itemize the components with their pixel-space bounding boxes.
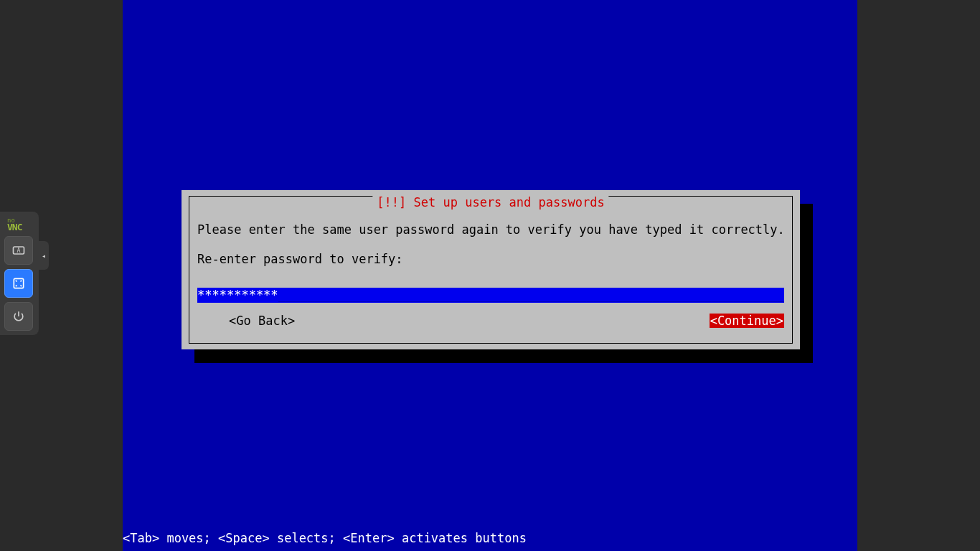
panel-collapse-tab[interactable]: ◂: [39, 241, 49, 270]
keyboard-button[interactable]: A: [4, 236, 33, 265]
dialog-title: [!!] Set up users and passwords: [372, 195, 608, 210]
continue-button[interactable]: <Continue>: [710, 314, 784, 329]
fullscreen-icon: [11, 276, 26, 291]
instruction-text: Please enter the same user password agai…: [197, 222, 784, 237]
novnc-logo: no VNC: [4, 216, 34, 232]
svg-text:A: A: [17, 247, 20, 254]
dialog-button-row: <Go Back> <Continue>: [197, 314, 784, 329]
password-masked-value: ***********: [197, 288, 278, 303]
go-back-button[interactable]: <Go Back>: [197, 314, 295, 329]
status-bar-help-text: <Tab> moves; <Space> selects; <Enter> ac…: [123, 531, 527, 546]
fullscreen-button[interactable]: [4, 269, 33, 298]
dialog-title-prefix: [!!]: [377, 195, 413, 209]
novnc-control-panel: no VNC A: [0, 212, 39, 335]
svg-rect-2: [14, 278, 23, 288]
power-button[interactable]: [4, 302, 33, 331]
dialog-content: Please enter the same user password agai…: [197, 222, 784, 303]
keyboard-icon: A: [11, 243, 26, 258]
dialog-title-text: Set up users and passwords: [414, 195, 605, 209]
power-icon: [11, 309, 26, 324]
password-verify-dialog: [!!] Set up users and passwords Please e…: [182, 190, 800, 349]
password-field-fill: ________________________________________…: [278, 288, 784, 303]
novnc-logo-bottom: VNC: [7, 224, 32, 230]
password-verify-input[interactable]: ***********_____________________________…: [197, 288, 784, 303]
installer-viewport: [!!] Set up users and passwords Please e…: [123, 0, 857, 551]
chevron-left-icon: ◂: [42, 252, 46, 260]
password-prompt-label: Re-enter password to verify:: [197, 252, 784, 267]
